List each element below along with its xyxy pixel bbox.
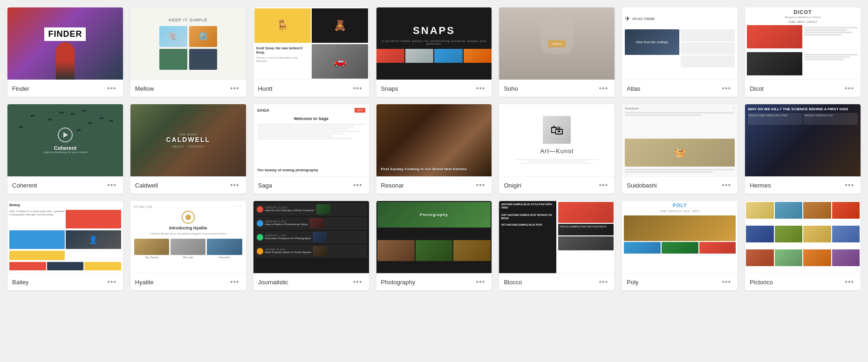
theme-card-bailey[interactable]: Bailey Hello, I'm Bailey. I'm a mixed me… [7,201,123,290]
theme-card-atlas[interactable]: ✈ ATLAS THEME View from the rooftops Atl… [622,7,738,97]
theme-card-caldwell[interactable]: THE WORK CALDWELL ABOUT CONTACT Caldwell… [130,104,246,194]
theme-options-saga[interactable]: ••• [351,181,364,190]
caldwell-bg: THE WORK CALDWELL ABOUT CONTACT [130,104,246,176]
dicot-sub: Magazine WordPress Theme [747,16,859,19]
theme-options-snaps[interactable]: ••• [474,84,487,93]
theme-preview-bailey[interactable]: Bailey Hello, I'm Bailey. I'm a mixed me… [7,201,123,273]
theme-card-dicot[interactable]: DICOT Magazine WordPress Theme HOME ABOU… [745,7,861,97]
theme-footer-huntt: Huntt ••• [253,80,369,97]
pic-cell-9 [746,249,773,266]
suidobashi-img: 🧺 [625,139,735,167]
theme-name-finder: Finder [12,85,29,92]
theme-footer-photography: Photography ••• [376,273,492,290]
theme-name-onigiri: Onigiri [504,182,521,189]
theme-options-soho[interactable]: ••• [597,84,610,93]
theme-name-resonar: Resonar [381,182,404,189]
snaps-images [376,49,492,63]
theme-card-hyalite[interactable]: HYALITE — — Introducing Hyalite A theme … [130,201,246,290]
theme-name-huntt: Huntt [258,85,273,92]
bailey-img2 [9,230,65,249]
theme-card-saga[interactable]: SAGA HOT Welcome to Saga The beauty of a… [253,104,369,194]
themes-grid: FINDER Finder ••• KEEP IT SIMPLE 🐘 ⚙️ [7,7,861,290]
dicot-nav: HOME ABOUT CONTACT [747,20,859,23]
soho-face: INFO [499,7,615,80]
theme-options-poly[interactable]: ••• [720,277,733,287]
theme-preview-onigiri[interactable]: 🛍 Art—Kunst [499,104,615,176]
theme-options-huntt[interactable]: ••• [351,84,364,93]
theme-preview-pictorico[interactable] [745,201,861,273]
theme-card-coherent[interactable]: Coherent Logical consistency for your co… [7,104,123,194]
theme-preview-caldwell[interactable]: THE WORK CALDWELL ABOUT CONTACT [130,104,246,176]
onigiri-img: 🛍 [543,116,571,144]
theme-card-finder[interactable]: FINDER Finder ••• [7,7,123,97]
finder-logo: FINDER [44,27,86,41]
theme-preview-dicot[interactable]: DICOT Magazine WordPress Theme HOME ABOU… [745,7,861,80]
resonar-text: First Sunday Cooking in Our Brand New Ki… [381,167,467,172]
theme-preview-hyalite[interactable]: HYALITE — — Introducing Hyalite A theme … [130,201,246,273]
theme-card-soho[interactable]: INFO Soho ••• [499,7,615,97]
theme-options-suidobashi[interactable]: ••• [720,181,733,190]
theme-options-caldwell[interactable]: ••• [228,181,241,190]
theme-preview-hermes[interactable]: WHY DO WE KILL? THE SCIENCE BEHIND A FIR… [745,104,861,176]
saga-badge: HOT [355,108,365,113]
theme-card-pictorico[interactable]: Pictorico ••• [745,201,861,290]
theme-options-coherent[interactable]: ••• [105,181,118,190]
theme-preview-journalistic[interactable]: FEBRUARY 10, 2014 How Do You Operate a 3… [253,201,369,273]
theme-options-mellow[interactable]: ••• [228,84,241,93]
theme-options-hermes[interactable]: ••• [843,181,856,190]
theme-card-hermes[interactable]: WHY DO WE KILL? THE SCIENCE BEHIND A FIR… [745,104,861,194]
blocco-left: ANOTHER SAMPLE BLOG STYLE POST WITH VIDE… [499,201,556,273]
dicot-title: DICOT [747,9,859,15]
poly-nav: HOME PORTFOLIO BLOG ABOUT [624,210,736,213]
theme-name-soho: Soho [504,85,518,92]
theme-preview-snaps[interactable]: SNAPS a portfolio theme gallery for show… [376,7,492,80]
theme-card-resonar[interactable]: First Sunday Cooking in Our Brand New Ki… [376,104,492,194]
theme-preview-saga[interactable]: SAGA HOT Welcome to Saga The beauty of a… [253,104,369,176]
theme-footer-suidobashi: Suidobashi ••• [622,176,738,194]
theme-options-onigiri[interactable]: ••• [597,181,610,190]
theme-preview-suidobashi[interactable]: Suidobashi © 🧺 [622,104,738,176]
theme-options-atlas[interactable]: ••• [720,84,733,93]
theme-card-snaps[interactable]: SNAPS a portfolio theme gallery for show… [376,7,492,97]
theme-preview-finder[interactable]: FINDER [7,7,123,80]
snaps-subtitle: a portfolio theme gallery for showcasing… [376,40,492,45]
theme-options-journalistic[interactable]: ••• [351,277,364,287]
theme-card-poly[interactable]: POLY HOME PORTFOLIO BLOG ABOUT Poly ••• [622,201,738,290]
theme-footer-hyalite: Hyalite ••• [130,273,246,290]
theme-options-resonar[interactable]: ••• [474,181,487,190]
finder-person [56,42,75,80]
pic-cell-8 [832,226,860,242]
theme-options-pictorico[interactable]: ••• [843,277,856,287]
theme-options-finder[interactable]: ••• [105,84,118,93]
saga-header: Welcome to Saga [257,116,365,121]
mellow-img4 [189,49,217,70]
huntt-img3: 🚗 [312,44,368,79]
theme-card-huntt[interactable]: 🪑 🧸 Scott Snow, the man behind it Deep. … [253,7,369,97]
theme-card-photography[interactable]: Photography Photography ••• [376,201,492,290]
theme-preview-photography[interactable]: Photography [376,201,492,273]
theme-name-suidobashi: Suidobashi [627,182,656,189]
theme-preview-huntt[interactable]: 🪑 🧸 Scott Snow, the man behind it Deep. … [253,7,369,80]
theme-card-blocco[interactable]: ANOTHER SAMPLE BLOG STYLE POST WITH VIDE… [499,201,615,290]
poly-logo: POLY [673,203,687,208]
theme-options-bailey[interactable]: ••• [105,277,118,287]
theme-preview-blocco[interactable]: ANOTHER SAMPLE BLOG STYLE POST WITH VIDE… [499,201,615,273]
theme-preview-poly[interactable]: POLY HOME PORTFOLIO BLOG ABOUT [622,201,738,273]
theme-options-hyalite[interactable]: ••• [228,277,241,287]
theme-card-journalistic[interactable]: FEBRUARY 10, 2014 How Do You Operate a 3… [253,201,369,290]
theme-preview-resonar[interactable]: First Sunday Cooking in Our Brand New Ki… [376,104,492,176]
theme-preview-mellow[interactable]: KEEP IT SIMPLE 🐘 ⚙️ [130,7,246,80]
theme-options-photography[interactable]: ••• [474,277,487,287]
theme-preview-soho[interactable]: INFO [499,7,615,80]
hermes-bg: WHY DO WE KILL? THE SCIENCE BEHIND A FIR… [745,104,861,176]
theme-card-suidobashi[interactable]: Suidobashi © 🧺 Suidobashi ••• [622,104,738,194]
theme-footer-blocco: Blocco ••• [499,273,615,290]
theme-card-mellow[interactable]: KEEP IT SIMPLE 🐘 ⚙️ Mellow ••• [130,7,246,97]
hermes-title: WHY DO WE KILL? THE SCIENCE BEHIND A FIR… [748,107,858,111]
theme-preview-coherent[interactable]: Coherent Logical consistency for your co… [7,104,123,176]
theme-preview-atlas[interactable]: ✈ ATLAS THEME View from the rooftops [622,7,738,80]
theme-options-blocco[interactable]: ••• [597,277,610,287]
theme-options-dicot[interactable]: ••• [843,84,856,93]
theme-card-onigiri[interactable]: 🛍 Art—Kunst Onigiri ••• [499,104,615,194]
suidobashi-header: Suidobashi © [625,107,735,110]
